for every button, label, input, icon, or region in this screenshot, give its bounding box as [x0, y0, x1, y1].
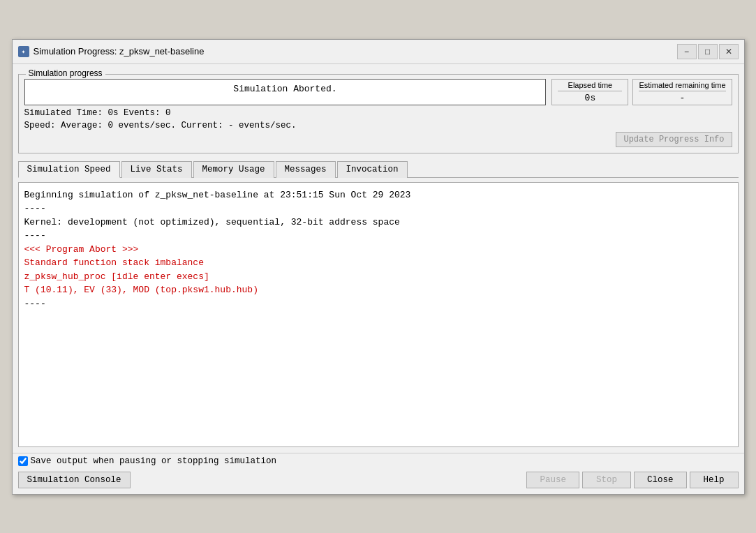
estimated-remaining-label: Estimated remaining time [639, 81, 725, 91]
save-output-checkbox-label[interactable]: Save output when pausing or stopping sim… [18, 456, 277, 466]
log-line: ---- [24, 229, 732, 243]
tab-memory-usage[interactable]: Memory Usage [193, 161, 274, 178]
maximize-button[interactable]: □ [698, 44, 718, 59]
elapsed-time-value: 0s [558, 93, 622, 103]
progress-top: Simulation Aborted. Elapsed time 0s Esti… [24, 79, 732, 105]
log-line: Standard function stack imbalance [24, 256, 732, 270]
save-output-label: Save output when pausing or stopping sim… [31, 456, 277, 466]
app-icon [18, 46, 29, 57]
tab-simulation-speed[interactable]: Simulation Speed [18, 161, 120, 178]
tab-invocation[interactable]: Invocation [337, 161, 408, 178]
log-line: ---- [24, 297, 732, 311]
stop-button[interactable]: Stop [582, 472, 631, 488]
window-title: Simulation Progress: z_pksw_net-baseline [34, 46, 205, 57]
log-line: ---- [24, 202, 732, 216]
help-button[interactable]: Help [690, 472, 739, 488]
update-progress-button[interactable]: Update Progress Info [616, 132, 732, 147]
close-window-button[interactable]: ✕ [719, 44, 739, 59]
group-label: Simulation progress [26, 68, 105, 78]
log-line: <<< Program Abort >>> [24, 243, 732, 257]
bottom-bar: Save output when pausing or stopping sim… [13, 453, 744, 469]
minimize-button[interactable]: − [677, 44, 697, 59]
estimated-remaining-value: - [639, 93, 725, 103]
sim-info-line2: Speed: Average: 0 events/sec. Current: -… [24, 121, 732, 130]
estimated-remaining-box: Estimated remaining time - [632, 79, 732, 105]
elapsed-time-label: Elapsed time [558, 81, 622, 91]
titlebar: Simulation Progress: z_pksw_net-baseline… [13, 40, 744, 64]
pause-button[interactable]: Pause [526, 472, 579, 488]
simulation-progress-group: Simulation progress Simulation Aborted. … [18, 74, 739, 153]
titlebar-controls: − □ ✕ [677, 44, 739, 59]
log-line: T (10.11), EV (33), MOD (top.pksw1.hub.h… [24, 283, 732, 297]
elapsed-time-box: Elapsed time 0s [551, 79, 628, 105]
titlebar-left: Simulation Progress: z_pksw_net-baseline [18, 46, 205, 57]
log-line: z_pksw_hub_proc [idle enter execs] [24, 270, 732, 284]
tab-messages[interactable]: Messages [276, 161, 336, 178]
log-line: Kernel: development (not optimized), seq… [24, 216, 732, 230]
progress-bottom: Update Progress Info [24, 132, 732, 147]
close-button[interactable]: Close [634, 472, 687, 488]
footer: Simulation Console Pause Stop Close Help [13, 469, 744, 494]
main-window: Simulation Progress: z_pksw_net-baseline… [12, 39, 745, 495]
tabs-row: Simulation Speed Live Stats Memory Usage… [18, 160, 739, 178]
sim-info-line1: Simulated Time: 0s Events: 0 [24, 108, 732, 118]
content-area: Simulation progress Simulation Aborted. … [13, 64, 744, 453]
time-boxes: Elapsed time 0s Estimated remaining time… [551, 79, 732, 105]
save-output-checkbox[interactable] [18, 456, 28, 466]
log-line: Beginning simulation of z_pksw_net-basel… [24, 188, 732, 202]
status-bar: Simulation Aborted. [24, 79, 547, 105]
simulation-console-button[interactable]: Simulation Console [18, 472, 131, 488]
tab-live-stats[interactable]: Live Stats [121, 161, 192, 178]
log-area[interactable]: Beginning simulation of z_pksw_net-basel… [18, 182, 739, 447]
